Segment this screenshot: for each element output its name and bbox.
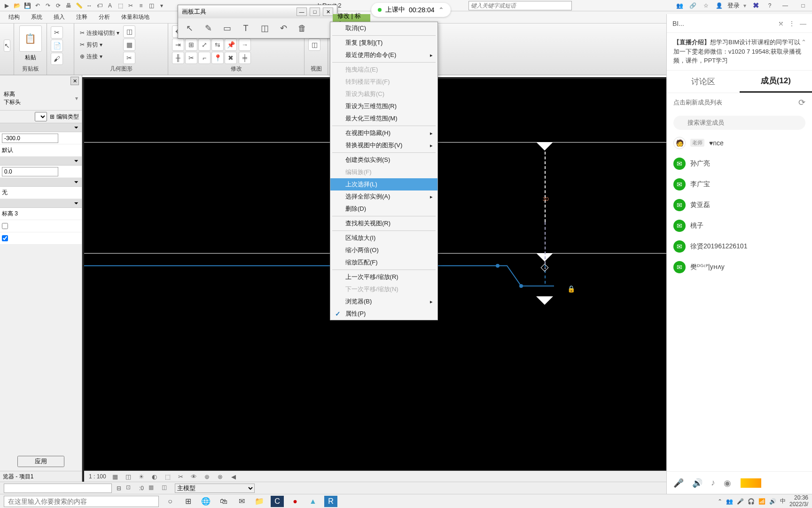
view-scale[interactable]: 1 : 100 <box>89 473 106 480</box>
constraint-icon[interactable]: ⊗ <box>216 472 225 481</box>
scale-icon[interactable]: ⤢ <box>198 39 211 51</box>
chat-tab-discuss[interactable]: 讨论区 <box>667 71 740 93</box>
tab-system[interactable]: 系统 <box>26 11 47 23</box>
props-section-1[interactable]: ⏷ <box>0 123 82 132</box>
ctx-override[interactable]: 替换视图中的图形(V) <box>330 139 437 151</box>
status-icon2[interactable]: ▦ <box>148 484 157 492</box>
tray-mic-icon[interactable]: 🎤 <box>737 498 744 505</box>
float-min-icon[interactable]: — <box>297 8 307 16</box>
exchange-icon[interactable]: ✖ <box>750 1 761 10</box>
tray-ime-icon[interactable]: 中 <box>780 497 786 505</box>
revit-app-icon[interactable]: R <box>324 496 337 507</box>
hide-icon[interactable]: 👁 <box>190 472 198 481</box>
split-icon[interactable]: ✂ <box>123 52 135 64</box>
props-section-2[interactable]: ⏷ <box>0 157 82 166</box>
tab-structure[interactable]: 结构 <box>4 11 24 23</box>
share-icon[interactable]: 🔗 <box>688 1 697 10</box>
edit-type-button[interactable]: ⊞ 编辑类型 <box>50 113 79 121</box>
chat-member[interactable]: ✉ 徐贤201961226101 <box>667 236 812 257</box>
chat-member[interactable]: 🧑 老师 ♥nce <box>667 133 812 153</box>
props-close-button[interactable]: ✕ <box>70 77 79 85</box>
detail-icon[interactable]: ▦ <box>111 472 119 481</box>
type-dropdown-icon[interactable]: ▾ <box>75 95 78 102</box>
project-browser-tab[interactable]: 览器 - 项目1 <box>0 471 82 482</box>
class-timer[interactable]: 上课中 00:28:04 ⌃ <box>371 3 451 17</box>
tab-analyze[interactable]: 分析 <box>94 11 115 23</box>
ctx-last-select[interactable]: 上次选择(L) <box>330 178 437 190</box>
match-icon[interactable]: 🖌 <box>51 53 63 65</box>
chat-pin-icon[interactable]: ⤧ <box>778 20 784 27</box>
status-hint-input[interactable] <box>4 484 112 493</box>
trash-tool-icon[interactable]: 🗑 <box>296 22 309 35</box>
cut-icon[interactable]: ✂ <box>51 26 63 39</box>
paste-button[interactable]: 📋 <box>19 25 42 52</box>
timer-collapse-icon[interactable]: ⌃ <box>438 6 444 14</box>
mic-icon[interactable]: 🎤 <box>673 478 684 488</box>
tag-icon[interactable]: 🏷 <box>95 1 104 10</box>
windows-search-input[interactable] <box>4 496 159 507</box>
delete-icon[interactable]: ✖ <box>225 52 237 64</box>
tab-annotate[interactable]: 注释 <box>71 11 92 23</box>
elevation-input[interactable] <box>2 134 58 143</box>
tencent-icon[interactable]: ▲ <box>306 496 320 507</box>
props-check-2[interactable] <box>2 235 8 241</box>
filter-select[interactable] <box>35 112 47 121</box>
chat-intro-expand-icon[interactable]: ⌃ <box>801 38 806 47</box>
apply-button[interactable]: 应用 <box>17 456 64 467</box>
reveal-icon[interactable]: ⊕ <box>203 472 211 481</box>
close-hidden-icon[interactable]: ◫ <box>147 1 156 10</box>
cope-button[interactable]: ✂ 连接端切割 ▾ <box>78 28 121 38</box>
edge-icon[interactable]: 🌐 <box>199 496 212 507</box>
camera-icon[interactable]: ◉ <box>724 478 731 488</box>
text-tool-icon[interactable]: T <box>239 22 252 35</box>
mail-icon[interactable]: ✉ <box>235 496 248 507</box>
tab-massing[interactable]: 体量和场地 <box>117 11 154 23</box>
pencil-tool-icon[interactable]: ✎ <box>202 22 215 35</box>
tab-insert[interactable]: 插入 <box>49 11 70 23</box>
tray-up-icon[interactable]: ⌃ <box>718 498 722 505</box>
chat-member[interactable]: ✉ 黄亚磊 <box>667 195 812 215</box>
prev-icon[interactable]: ◀ <box>229 472 238 481</box>
chat-search-input[interactable] <box>673 116 805 130</box>
chat-more-icon[interactable]: ⋮ <box>789 20 795 27</box>
print-icon[interactable]: 🖶 <box>64 1 73 10</box>
chat-min-icon[interactable]: — <box>800 20 806 27</box>
ctx-reset-3d[interactable]: 重设为三维范围(R) <box>330 100 437 112</box>
thin-icon[interactable]: ≡ <box>136 1 146 10</box>
lock-icon[interactable]: 🔒 <box>567 285 575 293</box>
text-icon[interactable]: A <box>105 1 115 10</box>
compute-height-input[interactable] <box>2 167 58 176</box>
ctx-repeat[interactable]: 重复 [复制](T) <box>330 37 437 49</box>
measure-icon[interactable]: 📏 <box>74 1 84 10</box>
help-icon[interactable]: ? <box>765 1 774 10</box>
clock-time[interactable]: 20:36 <box>789 495 808 501</box>
props-section-3[interactable]: ⏷ <box>0 178 82 187</box>
open-icon[interactable]: 📂 <box>12 1 22 10</box>
dim-icon[interactable]: ↔ <box>85 1 94 10</box>
tray-volume-icon[interactable]: 🔊 <box>769 498 776 505</box>
sun-icon[interactable]: ☀ <box>137 472 146 481</box>
record-icon[interactable]: ● <box>289 496 302 507</box>
eraser-tool-icon[interactable]: ◫ <box>258 22 271 35</box>
join-button[interactable]: ⊕ 连接 ▾ <box>78 52 121 62</box>
align-icon[interactable]: ╫ <box>172 52 184 64</box>
cad-app-icon[interactable]: C <box>271 496 284 507</box>
help-search-input[interactable] <box>468 1 572 10</box>
user-icon[interactable]: 👤 <box>714 1 724 10</box>
taskview-icon[interactable]: ⊞ <box>181 496 195 507</box>
unpin-icon[interactable]: 📍 <box>211 52 224 64</box>
crop-icon[interactable]: ✂ <box>177 472 185 481</box>
view-icon[interactable]: ◫ <box>308 39 320 51</box>
props-section-4[interactable]: ⏷ <box>0 199 82 208</box>
render-icon[interactable]: ⬚ <box>164 472 172 481</box>
explorer-icon[interactable]: 📁 <box>253 496 266 507</box>
split3-icon[interactable]: ╪ <box>239 52 251 64</box>
chat-member[interactable]: ✉ 樊ᴰᴳᶜᴾ|yʜᴧy <box>667 257 812 278</box>
trim2-icon[interactable]: ⌐ <box>198 52 211 64</box>
notch-icon[interactable]: ◫ <box>123 25 135 38</box>
ctx-find-views[interactable]: 查找相关视图(R) <box>330 217 437 230</box>
login-link[interactable]: 登录 <box>727 1 740 10</box>
cortana-icon[interactable]: ○ <box>164 496 177 507</box>
speaker-icon[interactable]: 🔊 <box>692 478 703 488</box>
mirror2-icon[interactable]: ⇆ <box>211 39 224 51</box>
